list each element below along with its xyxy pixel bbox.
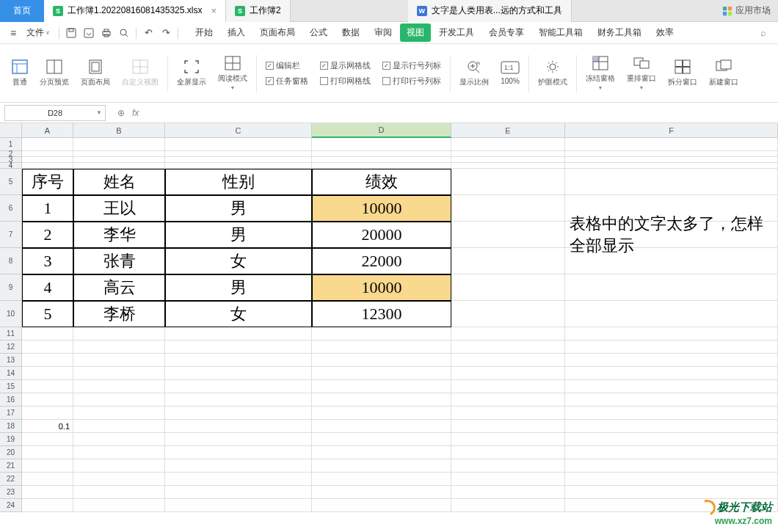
spreadsheet-grid[interactable]: ABCDEF 123456789101112131415161718192021… — [0, 123, 778, 532]
cell[interactable]: 李华 — [73, 222, 165, 248]
row-header[interactable]: 12 — [0, 340, 22, 354]
cell[interactable] — [451, 380, 565, 393]
cell[interactable] — [73, 446, 165, 459]
cell[interactable] — [22, 473, 73, 486]
cell[interactable] — [22, 340, 73, 354]
cell[interactable] — [451, 274, 565, 301]
name-box[interactable]: D28 ▼ — [4, 105, 106, 121]
qa-save-icon[interactable] — [64, 26, 79, 40]
menu-tab-smart[interactable]: 智能工具箱 — [532, 23, 589, 42]
cell[interactable] — [22, 354, 73, 367]
hamburger-icon[interactable]: ≡ — [7, 26, 19, 40]
cell[interactable] — [565, 473, 778, 486]
cell[interactable] — [165, 138, 312, 151]
row-header[interactable]: 24 — [0, 499, 22, 512]
cell[interactable] — [312, 354, 451, 367]
cell[interactable]: 2 — [22, 222, 73, 248]
cell[interactable] — [451, 163, 565, 169]
chk-gridlines[interactable]: 显示网格线 — [320, 60, 371, 71]
cell[interactable]: 姓名 — [73, 169, 165, 195]
cell[interactable] — [451, 327, 565, 340]
chk-editbar[interactable]: 编辑栏 — [266, 60, 308, 71]
cell[interactable] — [312, 340, 451, 354]
row-header[interactable]: 10 — [0, 301, 22, 327]
row-header[interactable]: 14 — [0, 367, 22, 380]
cell[interactable]: 性别 — [165, 169, 312, 195]
cell[interactable] — [565, 433, 778, 446]
cell[interactable] — [165, 459, 312, 473]
cell[interactable] — [73, 473, 165, 486]
cell[interactable]: 男 — [165, 274, 312, 301]
cell[interactable] — [312, 138, 451, 151]
chk-taskpane[interactable]: 任务窗格 — [266, 76, 308, 87]
cell[interactable] — [73, 486, 165, 499]
cell[interactable]: 李桥 — [73, 301, 165, 327]
cell[interactable] — [451, 367, 565, 380]
menu-tab-finance[interactable]: 财务工具箱 — [591, 23, 648, 42]
cell[interactable] — [73, 340, 165, 354]
cell[interactable] — [312, 327, 451, 340]
cell[interactable] — [73, 354, 165, 367]
cell[interactable] — [565, 486, 778, 499]
cell[interactable] — [451, 407, 565, 420]
cell[interactable]: 5 — [22, 301, 73, 327]
cell[interactable] — [312, 151, 451, 157]
menu-tab-review[interactable]: 审阅 — [368, 23, 399, 42]
cell[interactable] — [165, 446, 312, 459]
cell[interactable] — [451, 486, 565, 499]
row-header[interactable]: 6 — [0, 195, 22, 222]
cell[interactable] — [312, 473, 451, 486]
cell[interactable] — [73, 163, 165, 169]
tab-file3[interactable]: W 文字是人类用表...远的方式和工具 — [408, 0, 572, 22]
cell[interactable] — [73, 393, 165, 407]
row-header[interactable]: 5 — [0, 169, 22, 195]
cell[interactable]: 男 — [165, 195, 312, 222]
fx-search-icon[interactable]: ⊕ — [117, 108, 125, 118]
cell[interactable] — [312, 486, 451, 499]
menu-tab-formula[interactable]: 公式 — [303, 23, 334, 42]
undo-icon[interactable]: ↶ — [141, 26, 156, 40]
cell[interactable] — [565, 407, 778, 420]
cell[interactable] — [22, 446, 73, 459]
cell[interactable]: 4 — [22, 274, 73, 301]
cell[interactable] — [165, 151, 312, 157]
qa-preview-icon[interactable] — [117, 26, 131, 40]
chk-printgrid[interactable]: 打印网格线 — [320, 76, 371, 87]
row-header[interactable]: 16 — [0, 393, 22, 407]
cell[interactable] — [165, 433, 312, 446]
cell[interactable] — [565, 367, 778, 380]
cell[interactable] — [312, 163, 451, 169]
cell[interactable]: 20000 — [312, 222, 451, 248]
cell[interactable] — [565, 151, 778, 157]
cell[interactable]: 女 — [165, 301, 312, 327]
cell[interactable] — [451, 169, 565, 195]
cell[interactable] — [165, 367, 312, 380]
col-header-F[interactable]: F — [565, 123, 778, 138]
row-header[interactable]: 22 — [0, 473, 22, 486]
cell[interactable] — [451, 157, 565, 163]
cell[interactable] — [165, 380, 312, 393]
row-header[interactable]: 21 — [0, 459, 22, 473]
cell[interactable] — [312, 157, 451, 163]
cell[interactable] — [22, 459, 73, 473]
cell[interactable] — [312, 407, 451, 420]
cell[interactable] — [565, 248, 778, 274]
cell[interactable] — [73, 459, 165, 473]
fullscreen-button[interactable]: 全屏显示 — [171, 57, 212, 90]
cell[interactable] — [165, 157, 312, 163]
cell[interactable] — [451, 340, 565, 354]
cell[interactable] — [22, 433, 73, 446]
cell[interactable] — [165, 473, 312, 486]
rearrange-button[interactable]: 重排窗口 ▼ — [621, 53, 662, 93]
eyecare-button[interactable]: 护眼模式 — [532, 57, 573, 90]
zoom100-button[interactable]: 1:1 100% — [495, 58, 526, 88]
cell[interactable] — [73, 157, 165, 163]
cell[interactable] — [312, 499, 451, 512]
menu-tab-start[interactable]: 开始 — [189, 23, 219, 42]
cell[interactable] — [312, 380, 451, 393]
newwin-button[interactable]: 新建窗口 — [703, 57, 744, 90]
col-header-C[interactable]: C — [165, 123, 312, 138]
cell[interactable] — [73, 151, 165, 157]
cell[interactable] — [73, 499, 165, 512]
col-header-A[interactable]: A — [22, 123, 73, 138]
